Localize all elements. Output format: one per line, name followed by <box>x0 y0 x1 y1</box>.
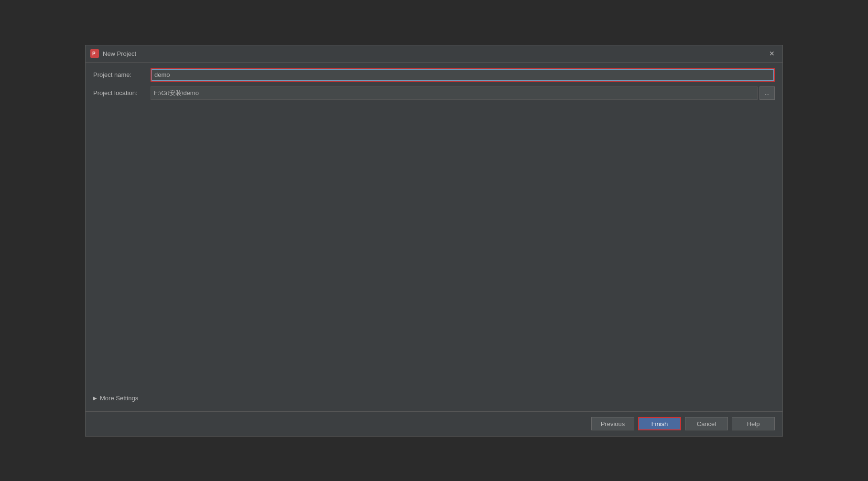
project-name-label: Project name: <box>93 71 151 78</box>
dialog-title: New Project <box>103 50 136 57</box>
project-location-row: Project location: ... <box>93 86 775 100</box>
more-settings-label: More Settings <box>100 395 138 402</box>
help-button[interactable]: Help <box>732 417 775 430</box>
app-icon: P <box>90 49 99 58</box>
more-settings-toggle[interactable]: ▶ More Settings <box>93 391 775 406</box>
project-name-input[interactable] <box>151 68 775 82</box>
svg-text:P: P <box>92 51 96 56</box>
project-name-row: Project name: <box>93 68 775 82</box>
close-button[interactable]: ✕ <box>766 48 778 59</box>
dialog-content: Project name: Project location: ... ▶ Mo… <box>86 63 782 411</box>
new-project-dialog: P New Project ✕ Project name: Project lo… <box>85 45 783 437</box>
content-spacer <box>93 105 775 391</box>
project-location-label: Project location: <box>93 89 151 96</box>
title-bar: P New Project ✕ <box>86 45 782 63</box>
dialog-footer: Previous Finish Cancel Help <box>86 411 782 436</box>
cancel-button[interactable]: Cancel <box>685 417 728 430</box>
previous-button[interactable]: Previous <box>591 417 634 430</box>
finish-button[interactable]: Finish <box>638 417 681 430</box>
more-settings-arrow-icon: ▶ <box>93 395 97 401</box>
title-bar-left: P New Project <box>90 49 136 58</box>
browse-button[interactable]: ... <box>760 86 775 100</box>
project-location-input[interactable] <box>151 86 758 100</box>
